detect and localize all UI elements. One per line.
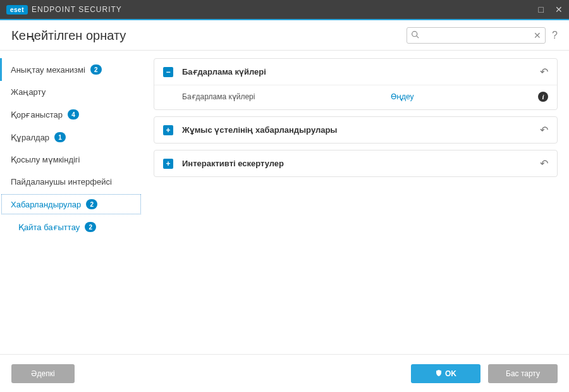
footer: Әдепкі OK Бас тарту [0, 354, 569, 392]
sidebar-item-protections[interactable]: Қорғаныстар 4 [0, 103, 142, 126]
content: − Бағдарлама күйлері ↶ Бағдарлама күйлер… [142, 51, 569, 354]
sidebar-item-ui[interactable]: Пайдаланушы интерфейсі [0, 171, 142, 193]
page-title: Кеңейтілген орнату [11, 28, 126, 43]
badge: 1 [54, 132, 66, 142]
panel-title: Интерактивті ескертулер [182, 159, 540, 168]
reset-icon[interactable]: ↶ [540, 66, 548, 78]
sidebar-item-detection[interactable]: Анықтау механизмі 2 [0, 58, 142, 81]
window-controls: □ ✕ [539, 4, 563, 15]
cancel-button[interactable]: Бас тарту [488, 364, 558, 383]
collapse-icon[interactable]: − [163, 67, 173, 77]
brand: eset ENDPOINT SECURITY [6, 5, 122, 15]
shield-icon [435, 369, 443, 378]
svg-line-1 [417, 35, 419, 37]
default-button[interactable]: Әдепкі [11, 364, 75, 383]
titlebar: eset ENDPOINT SECURITY □ ✕ [0, 0, 569, 19]
badge: 2 [90, 64, 102, 75]
badge: 2 [86, 199, 97, 209]
sidebar-item-tools[interactable]: Құралдар 1 [0, 126, 142, 149]
brand-badge: eset [6, 5, 28, 15]
brand-text: ENDPOINT SECURITY [32, 5, 122, 14]
panel-header[interactable]: − Бағдарлама күйлері ↶ [154, 59, 557, 85]
sidebar-item-label: Құралдар [11, 133, 49, 142]
badge: 2 [85, 222, 96, 232]
reset-icon[interactable]: ↶ [540, 157, 548, 169]
panel-desktop-notifications: + Жұмыс үстелінің хабарландырулары ↶ [154, 116, 558, 144]
sidebar-item-label: Анықтау механизмі [11, 65, 85, 75]
close-icon[interactable]: ✕ [555, 4, 563, 15]
reset-icon[interactable]: ↶ [540, 124, 548, 136]
sidebar-item-notifications[interactable]: Хабарландырулар 2 [0, 193, 142, 216]
search-box[interactable]: ✕ [407, 27, 546, 44]
panel-title: Жұмыс үстелінің хабарландырулары [182, 125, 540, 135]
panel-app-states: − Бағдарлама күйлері ↶ Бағдарлама күйлер… [154, 58, 558, 110]
sidebar: Анықтау механизмі 2 Жаңарту Қорғаныстар … [0, 51, 142, 354]
sidebar-item-forwarding[interactable]: Қайта бағыттау 2 [0, 216, 142, 238]
row-label: Бағдарлама күйлері [182, 92, 391, 101]
clear-icon[interactable]: ✕ [534, 30, 541, 40]
panel-header[interactable]: + Интерактивті ескертулер ↶ [154, 150, 557, 176]
search-icon [411, 30, 419, 40]
sidebar-item-connectivity[interactable]: Қосылу мүмкіндігі [0, 149, 142, 171]
panel-row: Бағдарлама күйлері Өңдеу i [154, 85, 557, 109]
panel-interactive-alerts: + Интерактивті ескертулер ↶ [154, 150, 558, 177]
panel-title: Бағдарлама күйлері [182, 67, 540, 77]
expand-icon[interactable]: + [163, 125, 173, 135]
expand-icon[interactable]: + [163, 159, 173, 169]
ok-label: OK [445, 369, 456, 378]
sidebar-item-update[interactable]: Жаңарту [0, 81, 142, 103]
sidebar-item-label: Жаңарту [11, 87, 46, 97]
ok-button[interactable]: OK [411, 364, 480, 383]
edit-link[interactable]: Өңдеу [391, 92, 414, 101]
sidebar-item-label: Қорғаныстар [11, 110, 63, 119]
panel-header[interactable]: + Жұмыс үстелінің хабарландырулары ↶ [154, 117, 557, 143]
sidebar-item-label: Қосылу мүмкіндігі [11, 155, 80, 164]
sidebar-item-label: Қайта бағыттау [18, 223, 80, 232]
help-icon[interactable]: ? [552, 30, 558, 41]
badge: 4 [68, 109, 79, 119]
header: Кеңейтілген орнату ✕ ? [0, 20, 569, 51]
svg-point-0 [412, 31, 417, 36]
sidebar-item-label: Хабарландырулар [11, 200, 81, 209]
search-input[interactable] [422, 31, 534, 40]
maximize-icon[interactable]: □ [539, 4, 544, 15]
sidebar-item-label: Пайдаланушы интерфейсі [11, 177, 112, 187]
info-icon[interactable]: i [538, 92, 548, 102]
